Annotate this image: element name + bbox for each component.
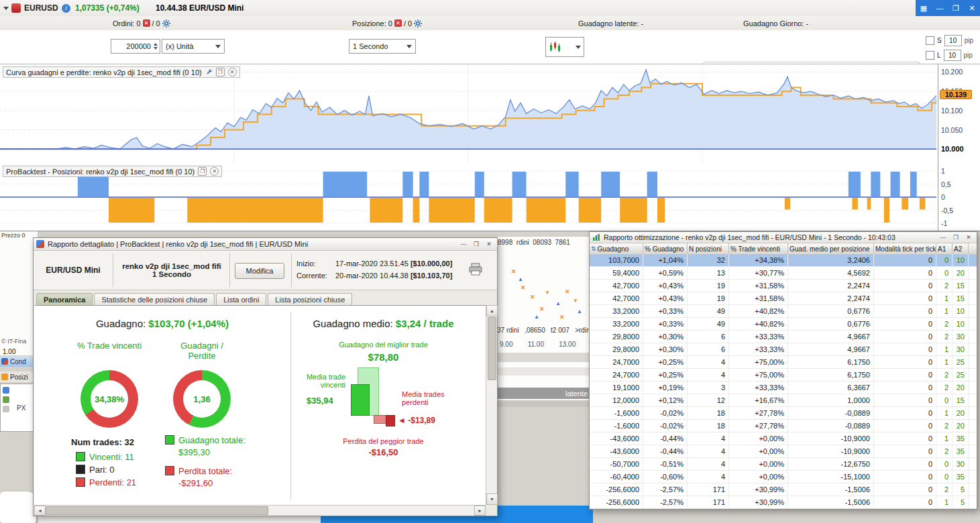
equity-chart[interactable] <box>0 64 936 164</box>
close-panel-icon[interactable]: ✕ <box>210 167 219 176</box>
optimization-row[interactable]: 33,2000+0,33%49+40,82%0,67760210 <box>590 318 977 331</box>
scrollbar-thumb[interactable] <box>46 506 268 515</box>
info-icon[interactable]: i <box>62 4 70 13</box>
cell: 6,1750 <box>788 369 874 381</box>
scroll-down-icon[interactable]: ▼ <box>486 493 498 505</box>
instrument-name[interactable]: EURUSD <box>24 3 58 13</box>
limit-pip-value[interactable]: 10 <box>948 52 956 59</box>
optimization-row[interactable]: -43,6000-0,44%4+0,00%-10,90000235 <box>590 445 977 458</box>
printer-icon[interactable] <box>468 263 483 276</box>
stop-pip-value[interactable]: 10 <box>949 37 957 44</box>
limit-checkbox[interactable] <box>926 51 934 60</box>
limit-pip-input[interactable]: 10 <box>944 50 961 61</box>
report-window[interactable]: Rapporto dettagliato | ProBacktest | ren… <box>33 237 498 516</box>
cell: 35 <box>952 432 969 445</box>
stop-checkbox[interactable] <box>926 36 934 45</box>
gear-icon[interactable] <box>162 19 170 27</box>
optimization-window[interactable]: Rapporto ottimizzazione - renko v2p dji … <box>589 231 977 510</box>
column-header[interactable]: Guad. medio per posizione <box>788 243 874 254</box>
optimization-row[interactable]: 24,7000+0,25%4+75,00%6,17500225 <box>590 369 977 382</box>
optimization-row[interactable]: -256,6000-2,57%171+30,99%-1,5006015 <box>590 496 977 509</box>
tab-lista-ordini[interactable]: Lista ordini <box>216 293 266 305</box>
close-icon[interactable]: ✕ <box>484 240 494 249</box>
optimization-row[interactable]: 19,1000+0,19%3+33,33%6,36670220 <box>590 382 977 394</box>
sticky-note[interactable] <box>0 491 36 523</box>
close-panel-icon[interactable]: ✕ <box>228 68 237 76</box>
close-position-icon[interactable]: ✕ <box>394 19 402 27</box>
tool-icon[interactable] <box>3 406 9 412</box>
timeframe-dropdown[interactable]: 1 Secondo <box>349 39 416 54</box>
optimization-row[interactable]: -50,7000-0,51%4+0,00%-12,67500030 <box>590 458 977 471</box>
scroll-left-icon[interactable]: ◄ <box>34 506 46 516</box>
column-header[interactable]: A2 <box>952 243 969 254</box>
optimization-row[interactable]: 103,7000+1,04%32+34,38%3,24060010 <box>590 254 977 267</box>
optimization-row[interactable]: 33,2000+0,33%49+40,82%0,67760110 <box>590 305 977 318</box>
latente-label: latente <box>565 390 588 398</box>
tab-lista-posizioni-chiuse[interactable]: Lista posizioni chiuse <box>268 293 352 305</box>
close-icon[interactable]: ✕ <box>963 233 974 242</box>
optimization-row[interactable]: 29,8000+0,30%6+33,33%4,96670130 <box>590 343 977 356</box>
detach-window-icon[interactable]: ❐ <box>216 68 225 76</box>
optimization-row[interactable]: 42,7000+0,43%19+31,58%2,24740215 <box>590 280 977 292</box>
quantity-stepper[interactable]: 200000 <box>111 39 160 54</box>
optimization-titlebar[interactable]: Rapporto ottimizzazione - renko v2p dji … <box>590 232 977 243</box>
gear-icon[interactable] <box>414 19 422 27</box>
column-header[interactable]: % Guadagno <box>643 243 688 254</box>
column-header[interactable]: Modalità tick per tick <box>874 243 936 254</box>
corrente-amount: [$10.103,70] <box>411 272 452 280</box>
scroll-up-icon[interactable]: ▲ <box>486 305 498 316</box>
column-header[interactable]: ⇅Guadagno <box>590 243 643 254</box>
wrench-icon[interactable] <box>205 68 213 76</box>
tool-icon[interactable] <box>3 387 9 394</box>
minimize-icon[interactable]: — <box>458 240 469 249</box>
scroll-right-icon[interactable]: ► <box>474 506 486 516</box>
close-icon[interactable]: ✕ <box>965 1 979 15</box>
cell: 171 <box>688 496 729 508</box>
quantity-value[interactable]: 200000 <box>111 42 154 50</box>
column-header[interactable]: N posizioni <box>688 243 729 254</box>
stop-pip-input[interactable]: 10 <box>944 35 962 46</box>
cell: +0,43% <box>643 292 688 304</box>
tool-icon[interactable] <box>3 396 9 403</box>
chart-type-button[interactable] <box>545 37 584 57</box>
optimization-row[interactable]: 12,0000+0,12%12+16,67%1,00000015 <box>590 394 977 407</box>
tab-panoramica[interactable]: Panoramica <box>36 293 93 305</box>
column-header[interactable]: % Trade vincenti <box>729 243 788 254</box>
cond-window-fragment[interactable]: Cond <box>0 356 38 367</box>
cell: 12 <box>688 394 729 406</box>
minimize-icon[interactable]: — <box>932 1 947 15</box>
scrollbar-thumb[interactable] <box>488 317 496 380</box>
cell: 6,1750 <box>788 356 874 368</box>
cancel-orders-icon[interactable]: ✕ <box>143 19 150 27</box>
optimization-row[interactable]: -256,6000-2,57%171+30,99%-1,5006025 <box>590 483 977 496</box>
column-header[interactable]: A1 <box>936 243 952 254</box>
sort-icon[interactable]: ⇅ <box>591 245 596 252</box>
optimization-row[interactable]: -1,6000-0,02%18+27,78%-0,08890220 <box>590 420 977 432</box>
optimization-row[interactable]: -1,6000-0,02%18+27,78%-0,08890120 <box>590 407 977 420</box>
optimization-row[interactable]: 59,4000+0,59%13+30,77%4,56920020 <box>590 267 977 280</box>
vertical-scrollbar[interactable]: ▲ ▼ <box>486 305 497 505</box>
tab-statistiche-delle-posizioni-chiuse[interactable]: Statistiche delle posizioni chiuse <box>94 293 215 305</box>
optimization-row[interactable]: 29,8000+0,30%6+33,33%4,96670230 <box>590 331 977 343</box>
maximize-icon[interactable]: ❐ <box>948 1 963 15</box>
minimize-icon[interactable]: — <box>938 233 948 242</box>
optimization-row[interactable]: 24,7000+0,25%4+75,00%6,17500125 <box>590 356 977 369</box>
detach-window-icon[interactable]: ❐ <box>198 167 207 176</box>
optimization-row[interactable]: -60,4000-0,60%4+0,00%-15,10000035 <box>590 471 977 483</box>
positions-y-axis[interactable]: 10,50-0,5-1 <box>938 164 980 231</box>
increment-icon[interactable] <box>154 43 158 46</box>
optimization-row[interactable]: -43,6000-0,44%4+0,00%-10,90000135 <box>590 432 977 445</box>
report-titlebar[interactable]: Rapporto dettagliato | ProBacktest | ren… <box>34 238 497 251</box>
posizioni-window-fragment[interactable]: Posizi <box>0 371 38 382</box>
equity-y-axis[interactable]: 10.20010.15010.10010.05010.00010.139 <box>938 64 980 164</box>
horizontal-scrollbar[interactable]: ◄ ► <box>34 505 486 515</box>
instrument-dropdown-icon[interactable] <box>3 7 9 10</box>
apps-grid-icon[interactable]: ▦ <box>916 1 931 15</box>
optimization-row[interactable]: 42,7000+0,43%19+31,58%2,24740115 <box>590 292 977 305</box>
maximize-icon[interactable]: ❐ <box>950 233 961 242</box>
modify-button[interactable]: Modifica <box>235 263 284 279</box>
cell: 49 <box>688 305 729 317</box>
unit-dropdown[interactable]: (x) Unità <box>162 39 225 54</box>
maximize-icon[interactable]: ❐ <box>471 240 482 249</box>
decrement-icon[interactable] <box>154 47 158 50</box>
